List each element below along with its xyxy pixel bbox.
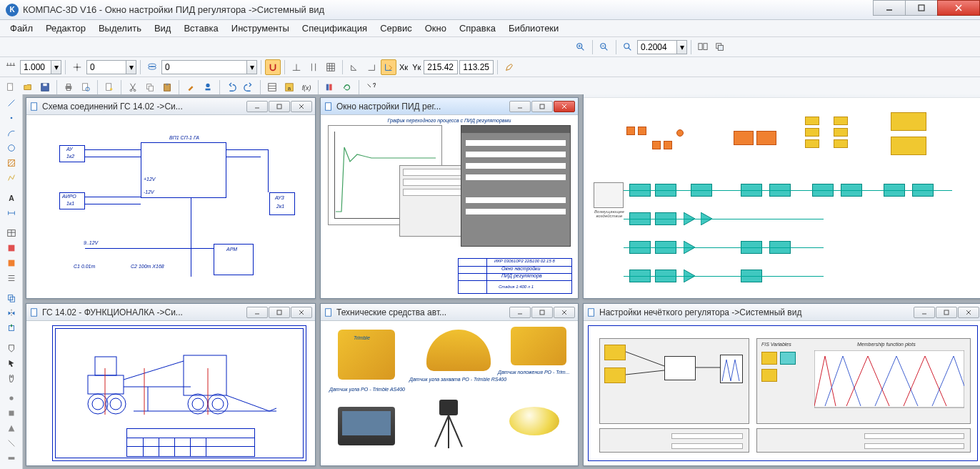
- misc-1-icon[interactable]: [4, 391, 19, 405]
- doc-content[interactable]: FIS Variables Membership function plots: [584, 321, 980, 465]
- zoom-value-field[interactable]: ▾: [637, 40, 687, 54]
- style-input[interactable]: [161, 60, 247, 74]
- maximize-button[interactable]: [905, 0, 938, 16]
- mdi-maximize-button[interactable]: [531, 307, 553, 318]
- x-coord-input[interactable]: [424, 60, 458, 74]
- parallel-icon[interactable]: [306, 59, 321, 75]
- style-field[interactable]: ▾: [161, 60, 257, 74]
- var-a-icon[interactable]: a: [281, 79, 297, 95]
- copy-icon[interactable]: [142, 79, 158, 95]
- dim-tool-icon[interactable]: [4, 206, 19, 220]
- menu-tools[interactable]: Инструменты: [226, 21, 295, 35]
- misc-5-icon[interactable]: [4, 451, 19, 465]
- doc-content[interactable]: График переходного процесса с ПИД регуля…: [321, 115, 578, 298]
- menu-spec[interactable]: Спецификация: [296, 21, 373, 35]
- mdi-titlebar[interactable]: Окно настройки ПИД рег...: [321, 98, 578, 115]
- mdi-minimize-button[interactable]: [509, 307, 531, 318]
- macro-icon[interactable]: [4, 341, 19, 355]
- undo-icon[interactable]: [224, 79, 239, 95]
- origin-icon[interactable]: [69, 59, 85, 75]
- print-icon[interactable]: [61, 79, 76, 95]
- menu-insert[interactable]: Вставка: [178, 21, 224, 35]
- mirror-tool-icon[interactable]: [4, 306, 19, 320]
- angle2-icon[interactable]: [364, 59, 379, 75]
- grid-icon[interactable]: [323, 59, 339, 75]
- mdi-close-button[interactable]: [554, 307, 575, 318]
- mdi-titlebar[interactable]: Схема соединений ГС 14.02 ->Си...: [26, 98, 315, 115]
- misc-3-icon[interactable]: [4, 421, 19, 435]
- pencil-icon[interactable]: [501, 59, 517, 75]
- help-icon[interactable]: ?: [363, 79, 379, 95]
- stamp-icon[interactable]: [200, 79, 216, 95]
- mdi-minimize-button[interactable]: [509, 101, 531, 112]
- doc-content[interactable]: ВП1 СП-1 ГА АУ 1к2 АИРО 1к1 АУЗ 2к1 АРМ …: [26, 115, 315, 298]
- menu-file[interactable]: Файл: [4, 21, 39, 35]
- mdi-minimize-button[interactable]: [246, 101, 268, 112]
- layers-icon[interactable]: [144, 59, 160, 75]
- dropdown-arrow-icon[interactable]: ▾: [247, 60, 257, 74]
- menu-service[interactable]: Сервис: [374, 21, 418, 35]
- doc-props-icon[interactable]: [101, 79, 117, 95]
- open-icon[interactable]: [20, 79, 36, 95]
- angle1-icon[interactable]: [346, 59, 362, 75]
- arc-tool-icon[interactable]: [4, 126, 19, 140]
- hand-icon[interactable]: [4, 371, 19, 385]
- paste-icon[interactable]: [159, 79, 175, 95]
- new-icon[interactable]: [3, 79, 19, 95]
- lib-icon[interactable]: [322, 79, 338, 95]
- magnet-icon[interactable]: [265, 59, 281, 75]
- perpendicular-icon[interactable]: [289, 59, 304, 75]
- scale-field[interactable]: ▾: [20, 60, 61, 74]
- point-tool-icon[interactable]: [4, 111, 19, 125]
- menu-window[interactable]: Окно: [419, 21, 452, 35]
- contour-tool-icon[interactable]: [4, 171, 19, 185]
- list-icon[interactable]: [4, 271, 19, 285]
- mdi-maximize-button[interactable]: [269, 101, 290, 112]
- line-tool-icon[interactable]: [4, 96, 19, 110]
- mdi-close-button[interactable]: [291, 101, 312, 112]
- mdi-maximize-button[interactable]: [269, 307, 290, 318]
- select-arrow-icon[interactable]: [4, 356, 19, 370]
- refresh-icon[interactable]: [339, 79, 355, 95]
- misc-4-icon[interactable]: [4, 436, 19, 450]
- dropdown-arrow-icon[interactable]: ▾: [677, 40, 687, 54]
- menu-editor[interactable]: Редактор: [40, 21, 91, 35]
- zoom-input[interactable]: [637, 40, 677, 54]
- fx-icon[interactable]: f(x): [299, 79, 314, 95]
- print-preview-icon[interactable]: [78, 79, 94, 95]
- y-coord-input[interactable]: [459, 60, 494, 74]
- cut-icon[interactable]: [125, 79, 141, 95]
- misc-2-icon[interactable]: [4, 406, 19, 420]
- text-tool-icon[interactable]: A: [4, 191, 19, 205]
- menu-libraries[interactable]: Библиотеки: [503, 21, 564, 35]
- close-button[interactable]: [937, 0, 980, 16]
- mdi-close-button[interactable]: [291, 307, 312, 318]
- menu-help[interactable]: Справка: [454, 21, 501, 35]
- mdi-close-button[interactable]: [554, 101, 575, 112]
- doc-content[interactable]: Trimble Датчик угла РО - Trimble AS400 Д…: [321, 321, 578, 465]
- snap-icon[interactable]: [3, 59, 19, 75]
- window-arrange-icon[interactable]: [695, 39, 711, 55]
- menu-select[interactable]: Выделить: [93, 21, 147, 35]
- dropdown-arrow-icon[interactable]: ▾: [126, 60, 136, 74]
- circle-tool-icon[interactable]: [4, 141, 19, 155]
- doc-content[interactable]: [26, 321, 315, 465]
- mdi-minimize-button[interactable]: [914, 307, 935, 318]
- redo-icon[interactable]: [241, 79, 256, 95]
- mdi-titlebar[interactable]: ГС 14.02 - ФУНКЦИОНАЛКА ->Си...: [26, 304, 315, 321]
- brush-icon[interactable]: [183, 79, 199, 95]
- mdi-titlebar[interactable]: Настройки нечёткого регулятора ->Системн…: [584, 304, 980, 321]
- mdi-maximize-button[interactable]: [531, 101, 553, 112]
- mdi-maximize-button[interactable]: [936, 307, 957, 318]
- table-icon[interactable]: [4, 226, 19, 240]
- mdi-minimize-button[interactable]: [246, 307, 268, 318]
- insert-icon[interactable]: [4, 321, 19, 335]
- scale-input[interactable]: [20, 60, 51, 74]
- layer-input[interactable]: [86, 60, 126, 74]
- dropdown-arrow-icon[interactable]: ▾: [51, 60, 61, 74]
- zoom-out-icon[interactable]: [596, 39, 612, 55]
- stamp-orange-icon[interactable]: [4, 256, 19, 270]
- mdi-titlebar[interactable]: Технические средства авт...: [321, 304, 578, 321]
- layer-field[interactable]: ▾: [86, 60, 136, 74]
- hatch-tool-icon[interactable]: [4, 156, 19, 170]
